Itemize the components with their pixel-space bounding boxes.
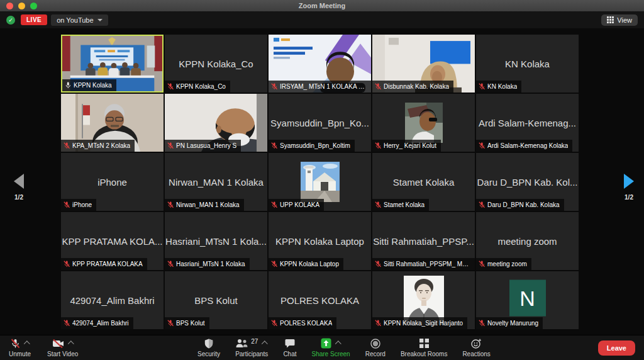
muted-mic-icon [167, 83, 174, 90]
participant-tile[interactable]: meeting zoom meeting zoom [476, 212, 579, 270]
participant-tile[interactable]: KPP PRATAMA KOLA... KPP PRATAMA KOLAKA [61, 212, 164, 270]
participant-label: Disbunnak Kab. Kolaka [372, 81, 453, 93]
page-indicator: 1/2 [0, 194, 38, 201]
muted-mic-icon [375, 142, 381, 149]
view-button[interactable]: View [601, 14, 638, 26]
start-video-label: Start Video [47, 351, 78, 357]
profile-photo [301, 162, 340, 202]
record-icon [370, 339, 380, 349]
stream-status-bar: ✓ LIVE on YouTube View [0, 11, 644, 28]
participants-icon [236, 339, 248, 348]
participants-button[interactable]: 27 Participants [235, 338, 268, 357]
muted-mic-icon [64, 142, 70, 149]
participant-label: 429074_Alim Bakhri [61, 317, 133, 329]
participant-tile[interactable]: KPA_MTsN 2 Kolaka [61, 94, 164, 152]
muted-mic-icon [167, 142, 174, 149]
previous-page-button[interactable]: 1/2 [0, 174, 38, 201]
muted-mic-icon [375, 83, 381, 90]
participant-tile[interactable]: Hasriani_MTsN 1 Kola... Hasriani_MTsN 1 … [165, 212, 267, 270]
reactions-button[interactable]: Reactions [462, 338, 490, 357]
meeting-toolbar: Unmute Start Video [0, 335, 644, 360]
participants-label: Participants [235, 351, 268, 357]
streaming-platform-dropdown[interactable]: on YouTube [51, 14, 108, 26]
chevron-up-icon[interactable] [335, 340, 341, 347]
reactions-icon [471, 339, 482, 349]
record-label: Record [365, 351, 386, 357]
participant-label: Hasriani_MTsN 1 Kolaka [165, 258, 250, 270]
muted-mic-icon [11, 339, 20, 349]
chevron-up-icon[interactable] [262, 340, 268, 347]
zoom-meeting-window: Zoom Meeting ✓ LIVE on YouTube View [0, 0, 644, 360]
muted-mic-icon [375, 201, 381, 208]
reactions-label: Reactions [462, 351, 490, 357]
participant-tile[interactable]: KPPN Kolaka_Sigit Harjanto [372, 271, 475, 329]
profile-photo [405, 103, 443, 143]
participant-tile[interactable]: BPS Kolut BPS Kolut [165, 271, 267, 329]
participant-label: KPPN Kolaka_Sigit Harjanto [372, 317, 467, 329]
participant-tile[interactable]: PN Lasusua_Henry S [165, 94, 267, 152]
participant-label: PN Lasusua_Henry S [165, 140, 241, 152]
chat-button[interactable]: Chat [283, 338, 296, 357]
participant-tile[interactable]: KPPN Kolaka Laptop KPPN Kolaka Laptop [269, 212, 371, 270]
participant-tile[interactable]: Ardi Salam-Kemenag... Ardi Salam-Kemenag… [476, 94, 579, 152]
participant-tile[interactable]: KPPN Kolaka_Co KPPN Kolaka_Co [165, 35, 267, 93]
participant-label: Daru D_BPN Kab. Kolaka [476, 199, 564, 211]
muted-mic-icon [375, 320, 381, 327]
start-video-button[interactable]: Start Video [47, 338, 78, 357]
muted-mic-icon [64, 201, 70, 208]
participant-label: Ardi Salam-Kemenag Kolaka [476, 140, 572, 152]
breakout-rooms-button[interactable]: Breakout Rooms [401, 338, 447, 357]
participant-tile[interactable]: IRSYAM_ MTsN 1 KOLAKA UTARA [269, 35, 371, 93]
participant-label: KPPN Kolaka Laptop [269, 258, 343, 270]
participant-label: Sitti Rahmatiah_PPSPM_ MTsN 1... [372, 258, 475, 270]
participant-label: Stamet Kolaka [372, 199, 429, 211]
unmute-label: Unmute [9, 351, 31, 357]
breakout-rooms-label: Breakout Rooms [401, 351, 447, 357]
participant-tile[interactable]: Stamet Kolaka Stamet Kolaka [372, 153, 475, 211]
participant-tile[interactable]: 429074_Alim Bakhri 429074_Alim Bakhri [61, 271, 164, 329]
muted-mic-icon [479, 261, 485, 267]
page-indicator: 1/2 [610, 194, 644, 201]
participant-tile[interactable]: iPhone iPhone [61, 153, 164, 211]
participant-tile[interactable]: Nirwan_MAN 1 Kolaka Nirwan_MAN 1 Kolaka [165, 153, 267, 211]
muted-mic-icon [271, 261, 277, 267]
unmute-button[interactable]: Unmute [9, 338, 31, 357]
participant-tile[interactable]: KN Kolaka KN Kolaka [476, 35, 579, 93]
share-screen-label: Share Screen [312, 351, 350, 357]
window-title: Zoom Meeting [0, 2, 644, 9]
live-badge: LIVE [21, 14, 47, 25]
breakout-rooms-icon [419, 339, 429, 348]
chevron-up-icon[interactable] [23, 340, 30, 347]
next-page-button[interactable]: 1/2 [610, 174, 644, 201]
participant-label: KPA_MTsN 2 Kolaka [61, 140, 135, 152]
participant-label: KPP PRATAMA KOLAKA [61, 258, 147, 270]
muted-mic-icon [375, 261, 381, 267]
participant-tile[interactable]: KPPN Kolaka [61, 35, 164, 93]
participant-label: POLRES KOLAKA [269, 317, 336, 329]
participant-tile[interactable]: UPP KOLAKA [269, 153, 371, 211]
muted-mic-icon [64, 261, 70, 267]
participant-tile[interactable]: Daru D_BPN Kab. Kol... Daru D_BPN Kab. K… [476, 153, 579, 211]
muted-mic-icon [271, 83, 277, 90]
participant-avatar: N [509, 280, 546, 317]
share-screen-button[interactable]: Share Screen [312, 338, 350, 357]
muted-mic-icon [479, 142, 485, 149]
participant-tile[interactable]: Syamsuddin_Bpn_Ko... Syamsuddin_Bpn_Kolt… [269, 94, 371, 152]
video-off-icon [52, 339, 64, 348]
participant-label: iPhone [61, 199, 96, 211]
participant-tile[interactable]: Sitti Rahmatiah_PPSP... Sitti Rahmatiah_… [372, 212, 475, 270]
record-button[interactable]: Record [365, 338, 386, 357]
chevron-up-icon[interactable] [67, 340, 74, 347]
participant-tile[interactable]: Disbunnak Kab. Kolaka [372, 35, 475, 93]
participant-tile[interactable]: Herry_ Kejari Kolut [372, 94, 475, 152]
chevron-down-icon [97, 19, 103, 21]
leave-button[interactable]: Leave [598, 340, 635, 356]
muted-mic-icon [479, 83, 485, 90]
arrow-left-icon [14, 174, 24, 189]
participant-label: meeting zoom [476, 258, 531, 270]
participant-tile[interactable]: POLRES KOLAKA POLRES KOLAKA [269, 271, 371, 329]
security-button[interactable]: Security [197, 338, 220, 357]
participant-tile[interactable]: N Novelty Manurung [476, 271, 579, 329]
muted-mic-icon [479, 201, 485, 208]
muted-mic-icon [167, 201, 174, 208]
